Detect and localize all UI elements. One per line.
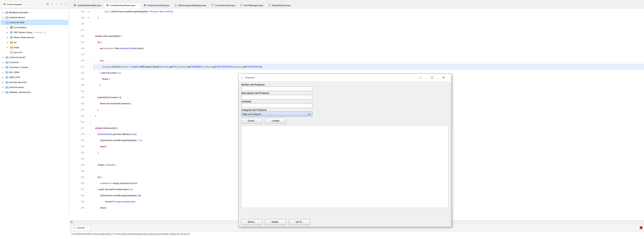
tree-item-gui-java[interactable]: ▸GUI_JAVA — [1, 70, 68, 75]
tree-item-pom-xml[interactable]: xmlpom.xml — [1, 50, 68, 55]
fold-gutter[interactable]: ⊖⊖ — [87, 8, 90, 216]
tree-item-maven-dependencies[interactable]: ▸Maven Dependencies — [1, 35, 68, 40]
console-toolbar — [640, 226, 642, 229]
productos-table[interactable] — [241, 126, 448, 208]
close-icon[interactable]: × — [137, 4, 138, 6]
code-line[interactable]: private void cargarTabla() { — [93, 33, 644, 39]
categoria-select[interactable]: Elige una Categoría ▾ — [241, 112, 312, 116]
fold-marker[interactable]: ⊖ — [87, 8, 90, 14]
close-icon[interactable]: × — [24, 3, 25, 5]
tree-item-src[interactable]: ▸src — [1, 40, 68, 45]
expand-icon[interactable]: ▾ — [2, 21, 5, 24]
expand-icon[interactable]: ▸ — [7, 36, 9, 39]
code-line[interactable] — [93, 27, 644, 33]
editor-tab-drivermanager-class[interactable]: DriverManager.class — [238, 2, 266, 8]
tree-item-label: Conversor — [9, 61, 19, 63]
editor-tab-bar: JControlDeStockMain.javaJControlDeStockF… — [70, 0, 644, 8]
code-line[interactable]: try { — [93, 57, 644, 64]
cantidad-input[interactable] — [241, 103, 312, 108]
close-icon[interactable]: × — [86, 227, 88, 229]
tree-item-target[interactable]: ▸target — [1, 45, 68, 50]
tree-item-validador-anotaciones[interactable]: ▸Validador_Anotaciones — [1, 90, 68, 95]
ver-button[interactable]: Ver R... — [289, 219, 310, 225]
tree-item-primeros-pasos[interactable]: ▸primeros-pasos — [1, 85, 68, 90]
svg-rect-25 — [6, 76, 8, 78]
tab-label: DriverManager.class — [244, 4, 263, 6]
editor-tab-connectionimpl-class[interactable]: ConnectionImpl.class — [209, 2, 238, 8]
code-line[interactable]: try { — [93, 39, 644, 45]
expand-icon[interactable]: ▸ — [2, 56, 4, 59]
expand-icon[interactable]: ▸ — [2, 76, 4, 79]
line-number: 216 — [70, 57, 84, 64]
maximize-button[interactable]: ☐ — [426, 74, 438, 81]
line-number: 220 — [70, 82, 84, 88]
expand-icon[interactable]: ▸ — [7, 46, 9, 49]
link-editor-icon[interactable] — [51, 3, 54, 6]
code-line[interactable]: } — [93, 14, 644, 21]
close-button[interactable]: ✕ — [438, 74, 449, 81]
dialog-title-text: Productos — [245, 76, 255, 79]
library-icon — [10, 31, 13, 34]
line-number: 235 — [70, 174, 84, 180]
maximize-icon[interactable] — [65, 3, 68, 6]
modificar-button[interactable]: Modifi... — [265, 219, 286, 225]
minimize-icon[interactable] — [60, 3, 63, 6]
code-line[interactable] — [93, 51, 644, 57]
tree-item-conversor-consola[interactable]: ▸Conversor_Consola — [1, 65, 68, 70]
line-number-gutter: 2082092102112122132142152162172182192202… — [70, 8, 87, 216]
project-tree[interactable]: ▸ByteBank-Heredado▸bytebank-libreria▾con… — [0, 9, 69, 96]
svg-rect-22 — [6, 61, 8, 63]
expand-icon[interactable]: ▸ — [7, 31, 9, 34]
tree-item-java-pila-ejecucion[interactable]: ▸java-pila-ejecucion — [1, 80, 68, 85]
editor-tab-sqlexceptionsmapping-class[interactable]: SQLExceptionsMapping.class — [172, 2, 209, 8]
explorer-tab[interactable]: Project Explorer × — [2, 2, 27, 7]
expand-icon[interactable]: ▸ — [2, 16, 4, 19]
code-line[interactable] — [93, 21, 644, 27]
java-file-icon: J — [106, 4, 109, 7]
expand-icon[interactable]: ▸ — [2, 61, 4, 64]
editor-tab-controldestockframe-java[interactable]: JControlDeStockFrame.java× — [104, 2, 141, 8]
code-line[interactable]: productos.forEach(producto -> modelo.add… — [93, 64, 644, 70]
editor-tab-productocontroller-java[interactable]: JProductoController.java — [141, 2, 172, 8]
line-number: 238 — [70, 193, 84, 199]
fold-marker[interactable]: ⊖ — [87, 14, 90, 21]
expand-icon[interactable]: ▸ — [2, 81, 4, 84]
editor-tab-resultsetimpl-class[interactable]: ResultSetImpl.class — [266, 2, 293, 8]
terminate-icon[interactable] — [640, 226, 642, 229]
tree-item-bytebank-libreria[interactable]: ▸bytebank-libreria — [1, 15, 68, 20]
svg-rect-16 — [12, 36, 12, 38]
scrollbar-thumb[interactable] — [70, 221, 72, 223]
nombre-input[interactable] — [241, 86, 312, 91]
tree-item-bytebank-heredado[interactable]: ▸ByteBank-Heredado — [1, 10, 68, 15]
tree-item-java-poo[interactable]: ▸JAVA_POO — [1, 75, 68, 80]
tree-item-control-de-stock2[interactable]: ▸control-de-stock2 — [1, 55, 68, 60]
expand-icon[interactable]: ▸ — [2, 71, 4, 74]
expand-icon[interactable]: ▸ — [2, 86, 4, 89]
line-number: 208 — [70, 8, 84, 14]
tree-item-control-de-stock[interactable]: ▾control-de-stock — [1, 20, 68, 25]
console-status-line: ControlDeStockMain [Java Application] C:… — [70, 232, 644, 237]
editor-tab-controldestockmain-java[interactable]: JControlDeStockMain.java — [71, 2, 104, 8]
folder-icon — [5, 76, 8, 79]
descripcion-input[interactable] — [241, 95, 312, 99]
tree-item-src-main-java[interactable]: ▸src/main/java — [1, 25, 68, 30]
expand-icon[interactable]: ▸ — [2, 66, 4, 69]
guardar-button[interactable]: Guard... — [241, 118, 262, 124]
expand-icon[interactable]: ▸ — [7, 41, 9, 44]
console-tab[interactable]: Console × — [71, 225, 90, 230]
expand-icon[interactable]: ▸ — [2, 11, 4, 14]
tree-item-jre-system-library[interactable]: ▸JRE System Library[JavaSE-11] — [1, 30, 68, 35]
folder-icon — [5, 11, 8, 14]
expand-icon[interactable]: ▸ — [2, 91, 4, 94]
view-menu-icon[interactable] — [56, 3, 58, 6]
expand-icon[interactable]: ▸ — [7, 26, 9, 29]
dialog-titlebar[interactable]: Productos — ☐ ✕ — [238, 74, 451, 81]
minimize-button[interactable]: — — [415, 74, 426, 81]
line-number: 239 — [70, 199, 84, 205]
eliminar-button[interactable]: Elimin... — [241, 219, 262, 225]
code-line[interactable]: var productos = this.productoController.… — [93, 45, 644, 51]
code-line[interactable]: }, () -> JOptionPane.showMessageDialog(t… — [93, 8, 644, 14]
tree-item-conversor[interactable]: ▸Conversor — [1, 60, 68, 65]
collapse-all-icon[interactable] — [46, 3, 49, 6]
limpiar-button[interactable]: Limpiar — [265, 118, 286, 124]
